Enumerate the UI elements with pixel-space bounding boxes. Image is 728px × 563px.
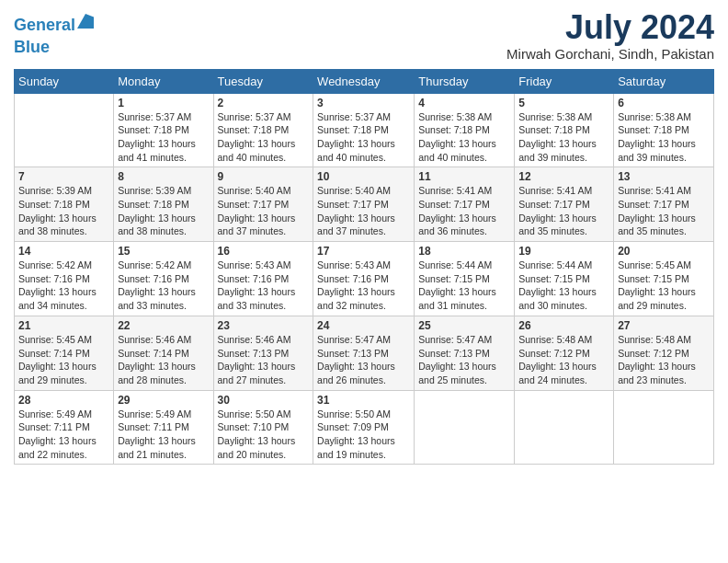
day-cell: 18Sunrise: 5:44 AM Sunset: 7:15 PM Dayli… xyxy=(415,242,515,316)
weekday-header-thursday: Thursday xyxy=(415,69,515,93)
day-number: 5 xyxy=(518,97,609,109)
day-cell: 17Sunrise: 5:43 AM Sunset: 7:16 PM Dayli… xyxy=(313,242,415,316)
day-number: 28 xyxy=(18,394,109,407)
day-number: 31 xyxy=(317,394,410,407)
day-number: 13 xyxy=(618,170,710,183)
day-number: 18 xyxy=(418,245,510,258)
day-info: Sunrise: 5:37 AM Sunset: 7:18 PM Dayligh… xyxy=(317,110,410,165)
week-row-2: 14Sunrise: 5:42 AM Sunset: 7:16 PM Dayli… xyxy=(15,242,714,316)
weekday-header-monday: Monday xyxy=(114,69,213,93)
day-info: Sunrise: 5:47 AM Sunset: 7:13 PM Dayligh… xyxy=(418,333,510,387)
day-info: Sunrise: 5:45 AM Sunset: 7:15 PM Dayligh… xyxy=(618,259,710,313)
day-cell: 4Sunrise: 5:38 AM Sunset: 7:18 PM Daylig… xyxy=(415,93,515,167)
day-number: 24 xyxy=(317,319,410,332)
day-number: 27 xyxy=(618,319,710,332)
day-cell: 2Sunrise: 5:37 AM Sunset: 7:18 PM Daylig… xyxy=(213,93,313,167)
day-cell: 22Sunrise: 5:46 AM Sunset: 7:14 PM Dayli… xyxy=(114,316,213,390)
weekday-header-tuesday: Tuesday xyxy=(213,69,313,93)
day-info: Sunrise: 5:50 AM Sunset: 7:09 PM Dayligh… xyxy=(317,408,410,462)
day-number: 14 xyxy=(18,245,109,258)
day-number: 10 xyxy=(317,170,410,183)
day-cell: 1Sunrise: 5:37 AM Sunset: 7:18 PM Daylig… xyxy=(114,93,213,167)
day-info: Sunrise: 5:49 AM Sunset: 7:11 PM Dayligh… xyxy=(118,408,209,462)
day-cell: 9Sunrise: 5:40 AM Sunset: 7:17 PM Daylig… xyxy=(213,167,313,242)
day-cell: 27Sunrise: 5:48 AM Sunset: 7:12 PM Dayli… xyxy=(614,316,714,390)
weekday-header-wednesday: Wednesday xyxy=(313,69,415,93)
logo-blue-text: Blue xyxy=(14,39,94,57)
header-area: General Blue July 2024 Mirwah Gorchani, … xyxy=(14,9,714,62)
weekday-header-saturday: Saturday xyxy=(614,69,714,93)
day-cell: 21Sunrise: 5:45 AM Sunset: 7:14 PM Dayli… xyxy=(15,316,114,390)
day-info: Sunrise: 5:39 AM Sunset: 7:18 PM Dayligh… xyxy=(18,184,109,238)
week-row-4: 28Sunrise: 5:49 AM Sunset: 7:11 PM Dayli… xyxy=(15,390,714,465)
day-cell: 14Sunrise: 5:42 AM Sunset: 7:16 PM Dayli… xyxy=(15,242,114,316)
weekday-header-sunday: Sunday xyxy=(15,69,114,93)
calendar-container: General Blue July 2024 Mirwah Gorchani, … xyxy=(0,0,728,474)
day-number: 9 xyxy=(218,170,310,183)
day-cell: 31Sunrise: 5:50 AM Sunset: 7:09 PM Dayli… xyxy=(313,390,415,465)
day-cell: 11Sunrise: 5:41 AM Sunset: 7:17 PM Dayli… xyxy=(415,167,515,242)
calendar-table: SundayMondayTuesdayWednesdayThursdayFrid… xyxy=(14,69,714,465)
svg-marker-0 xyxy=(77,14,94,29)
day-info: Sunrise: 5:44 AM Sunset: 7:15 PM Dayligh… xyxy=(518,259,609,313)
logo-icon xyxy=(77,13,94,29)
day-cell: 28Sunrise: 5:49 AM Sunset: 7:11 PM Dayli… xyxy=(15,390,114,465)
day-cell: 8Sunrise: 5:39 AM Sunset: 7:18 PM Daylig… xyxy=(114,167,213,242)
day-number: 16 xyxy=(218,245,310,258)
day-info: Sunrise: 5:43 AM Sunset: 7:16 PM Dayligh… xyxy=(317,259,410,313)
day-cell: 6Sunrise: 5:38 AM Sunset: 7:18 PM Daylig… xyxy=(614,93,714,167)
day-number: 25 xyxy=(418,319,510,332)
day-number: 12 xyxy=(518,170,609,183)
week-row-1: 7Sunrise: 5:39 AM Sunset: 7:18 PM Daylig… xyxy=(15,167,714,242)
day-number: 11 xyxy=(418,170,510,183)
day-cell: 13Sunrise: 5:41 AM Sunset: 7:17 PM Dayli… xyxy=(614,167,714,242)
day-number: 29 xyxy=(118,394,209,407)
day-info: Sunrise: 5:44 AM Sunset: 7:15 PM Dayligh… xyxy=(418,259,510,313)
day-info: Sunrise: 5:41 AM Sunset: 7:17 PM Dayligh… xyxy=(518,184,609,238)
month-title: July 2024 xyxy=(506,9,714,46)
day-info: Sunrise: 5:50 AM Sunset: 7:10 PM Dayligh… xyxy=(218,408,310,462)
day-cell xyxy=(614,390,714,465)
day-info: Sunrise: 5:41 AM Sunset: 7:17 PM Dayligh… xyxy=(618,184,710,238)
day-number: 3 xyxy=(317,97,410,109)
day-number: 8 xyxy=(118,170,209,183)
day-cell: 24Sunrise: 5:47 AM Sunset: 7:13 PM Dayli… xyxy=(313,316,415,390)
logo: General Blue xyxy=(14,13,94,57)
day-number: 6 xyxy=(618,97,710,109)
day-number: 2 xyxy=(218,97,310,109)
day-number: 23 xyxy=(218,319,310,332)
day-number: 7 xyxy=(18,170,109,183)
day-info: Sunrise: 5:41 AM Sunset: 7:17 PM Dayligh… xyxy=(418,184,510,238)
day-info: Sunrise: 5:38 AM Sunset: 7:18 PM Dayligh… xyxy=(518,110,609,165)
day-number: 4 xyxy=(418,97,510,109)
day-cell: 30Sunrise: 5:50 AM Sunset: 7:10 PM Dayli… xyxy=(213,390,313,465)
day-number: 17 xyxy=(317,245,410,258)
weekday-header-row: SundayMondayTuesdayWednesdayThursdayFrid… xyxy=(15,69,714,93)
day-number: 1 xyxy=(118,97,209,109)
day-cell: 25Sunrise: 5:47 AM Sunset: 7:13 PM Dayli… xyxy=(415,316,515,390)
day-info: Sunrise: 5:47 AM Sunset: 7:13 PM Dayligh… xyxy=(317,333,410,387)
day-info: Sunrise: 5:38 AM Sunset: 7:18 PM Dayligh… xyxy=(418,110,510,165)
day-info: Sunrise: 5:48 AM Sunset: 7:12 PM Dayligh… xyxy=(518,333,609,387)
day-cell: 5Sunrise: 5:38 AM Sunset: 7:18 PM Daylig… xyxy=(515,93,614,167)
day-info: Sunrise: 5:40 AM Sunset: 7:17 PM Dayligh… xyxy=(317,184,410,238)
day-cell: 12Sunrise: 5:41 AM Sunset: 7:17 PM Dayli… xyxy=(515,167,614,242)
week-row-0: 1Sunrise: 5:37 AM Sunset: 7:18 PM Daylig… xyxy=(15,93,714,167)
day-number: 22 xyxy=(118,319,209,332)
day-cell: 26Sunrise: 5:48 AM Sunset: 7:12 PM Dayli… xyxy=(515,316,614,390)
day-info: Sunrise: 5:42 AM Sunset: 7:16 PM Dayligh… xyxy=(18,259,109,313)
day-cell: 7Sunrise: 5:39 AM Sunset: 7:18 PM Daylig… xyxy=(15,167,114,242)
day-number: 21 xyxy=(18,319,109,332)
day-cell: 19Sunrise: 5:44 AM Sunset: 7:15 PM Dayli… xyxy=(515,242,614,316)
day-cell: 16Sunrise: 5:43 AM Sunset: 7:16 PM Dayli… xyxy=(213,242,313,316)
day-cell xyxy=(415,390,515,465)
day-cell: 29Sunrise: 5:49 AM Sunset: 7:11 PM Dayli… xyxy=(114,390,213,465)
day-number: 20 xyxy=(618,245,710,258)
week-row-3: 21Sunrise: 5:45 AM Sunset: 7:14 PM Dayli… xyxy=(15,316,714,390)
day-info: Sunrise: 5:39 AM Sunset: 7:18 PM Dayligh… xyxy=(118,184,209,238)
weekday-header-friday: Friday xyxy=(515,69,614,93)
day-info: Sunrise: 5:42 AM Sunset: 7:16 PM Dayligh… xyxy=(118,259,209,313)
day-info: Sunrise: 5:46 AM Sunset: 7:13 PM Dayligh… xyxy=(218,333,310,387)
day-info: Sunrise: 5:48 AM Sunset: 7:12 PM Dayligh… xyxy=(618,333,710,387)
day-cell: 23Sunrise: 5:46 AM Sunset: 7:13 PM Dayli… xyxy=(213,316,313,390)
